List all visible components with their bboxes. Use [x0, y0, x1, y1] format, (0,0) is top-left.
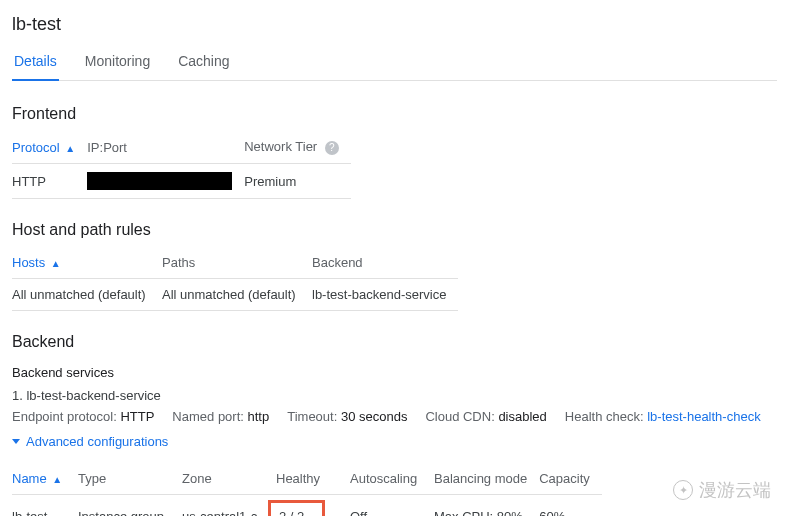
- backend-meta: Endpoint protocol: HTTP Named port: http…: [12, 409, 777, 424]
- healthy-value: 2 / 2: [279, 509, 304, 516]
- cell-name: lb-test: [12, 495, 78, 517]
- cell-autoscaling: Off: [350, 495, 434, 517]
- cell-type: Instance group: [78, 495, 182, 517]
- rules-heading: Host and path rules: [12, 221, 777, 239]
- help-icon[interactable]: ?: [325, 141, 339, 155]
- col-hosts[interactable]: Hosts ▲: [12, 247, 162, 279]
- tab-caching[interactable]: Caching: [176, 45, 231, 81]
- col-capacity[interactable]: Capacity: [539, 463, 602, 495]
- cell-zone: us-central1-c: [182, 495, 276, 517]
- frontend-heading: Frontend: [12, 105, 777, 123]
- backend-service-name: 1. lb-test-backend-service: [12, 388, 777, 403]
- tab-details[interactable]: Details: [12, 45, 59, 81]
- sort-asc-icon: ▲: [65, 143, 75, 154]
- backend-heading: Backend: [12, 333, 777, 351]
- page-title: lb-test: [12, 14, 777, 35]
- advanced-configurations-toggle[interactable]: Advanced configurations: [12, 434, 168, 449]
- frontend-table: Protocol ▲ IP:Port Network Tier ? HTTP P…: [12, 131, 351, 199]
- sort-asc-icon: ▲: [51, 258, 61, 269]
- col-backend[interactable]: Backend: [312, 247, 458, 279]
- col-balancing[interactable]: Balancing mode: [434, 463, 539, 495]
- cell-healthy: 2 / 2: [276, 495, 350, 517]
- sort-asc-icon: ▲: [52, 474, 62, 485]
- cell-ipport: [87, 164, 244, 199]
- cell-protocol: HTTP: [12, 164, 87, 199]
- wechat-icon: ✦: [673, 480, 693, 500]
- col-ipport[interactable]: IP:Port: [87, 131, 244, 164]
- meta-cloud-cdn: Cloud CDN: disabled: [425, 409, 546, 424]
- redacted-ip: [87, 172, 232, 190]
- cell-network-tier: Premium: [244, 164, 351, 199]
- frontend-row: HTTP Premium: [12, 164, 351, 199]
- watermark-text: 漫游云端: [699, 478, 771, 502]
- col-name-label: Name: [12, 471, 47, 486]
- backends-table: Name ▲ Type Zone Healthy Autoscaling Bal…: [12, 463, 602, 516]
- col-type[interactable]: Type: [78, 463, 182, 495]
- col-hosts-label: Hosts: [12, 255, 45, 270]
- watermark: ✦ 漫游云端: [673, 478, 771, 502]
- backend-services-sub: Backend services: [12, 365, 777, 380]
- col-network-tier-label: Network Tier: [244, 139, 317, 154]
- col-name[interactable]: Name ▲: [12, 463, 78, 495]
- col-healthy[interactable]: Healthy: [276, 463, 350, 495]
- col-protocol-label: Protocol: [12, 140, 60, 155]
- cell-balancing: Max CPU: 80%: [434, 495, 539, 517]
- meta-health-check: Health check: lb-test-health-check: [565, 409, 761, 424]
- col-protocol[interactable]: Protocol ▲: [12, 131, 87, 164]
- backend-row: lb-test Instance group us-central1-c 2 /…: [12, 495, 602, 517]
- advanced-label: Advanced configurations: [26, 434, 168, 449]
- col-paths[interactable]: Paths: [162, 247, 312, 279]
- tab-bar: Details Monitoring Caching: [12, 45, 777, 81]
- cell-paths: All unmatched (default): [162, 279, 312, 311]
- health-check-link[interactable]: lb-test-health-check: [647, 409, 760, 424]
- meta-timeout: Timeout: 30 seconds: [287, 409, 407, 424]
- rules-row: All unmatched (default) All unmatched (d…: [12, 279, 458, 311]
- tab-monitoring[interactable]: Monitoring: [83, 45, 152, 81]
- meta-endpoint-protocol: Endpoint protocol: HTTP: [12, 409, 154, 424]
- col-autoscaling[interactable]: Autoscaling: [350, 463, 434, 495]
- chevron-down-icon: [12, 439, 20, 444]
- cell-hosts: All unmatched (default): [12, 279, 162, 311]
- col-network-tier[interactable]: Network Tier ?: [244, 131, 351, 164]
- meta-named-port: Named port: http: [172, 409, 269, 424]
- col-zone[interactable]: Zone: [182, 463, 276, 495]
- cell-backend: lb-test-backend-service: [312, 279, 458, 311]
- rules-table: Hosts ▲ Paths Backend All unmatched (def…: [12, 247, 458, 311]
- cell-capacity: 60%: [539, 495, 602, 517]
- healthy-highlight: 2 / 2: [268, 500, 325, 516]
